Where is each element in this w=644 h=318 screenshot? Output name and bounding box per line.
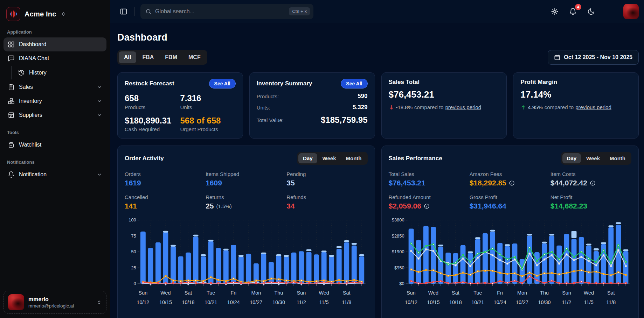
info-icon[interactable] [424,203,430,209]
tab-fba[interactable]: FBA [137,51,159,63]
sidebar-item-inventory[interactable]: Inventory [4,94,106,108]
order-period-month[interactable]: Month [341,153,366,163]
tab-fbm[interactable]: FBM [160,51,182,63]
sidebar-item-label: DIANA Chat [19,55,49,62]
brand-logo-icon [6,7,20,21]
svg-text:10/12: 10/12 [137,299,149,305]
svg-text:Thu: Thu [275,290,283,296]
settings-button[interactable] [549,6,560,17]
inventory-icon [8,98,15,105]
svg-text:$1900: $1900 [392,249,404,255]
svg-text:Wed: Wed [428,290,438,296]
profit-margin-card: Profit Margin 17.14% 4.95% compared to p… [513,72,639,139]
theme-toggle-button[interactable] [586,6,596,17]
restock-see-all-button[interactable]: See All [209,79,236,89]
svg-text:10/21: 10/21 [205,299,217,305]
search-input[interactable] [155,8,285,15]
order-stat-items-shipped: Items Shipped1609 [206,171,286,187]
svg-text:$0: $0 [399,281,404,287]
sales-stat-total-sales: Total Sales$76,453.21 [389,171,470,187]
sales-performance-period-tabs: DayWeekMonth [561,152,631,165]
card-title: Restock Forecast [125,80,174,87]
svg-text:11/8: 11/8 [606,299,616,305]
stat-urgent-products: 568 of 658Urgent Products [180,116,235,133]
sales-stat-gross-profit: Gross Profit$31,946.64 [470,194,550,210]
topbar-avatar[interactable] [623,4,639,19]
sidebar-item-history[interactable]: History [14,66,106,79]
svg-text:10/30: 10/30 [538,299,550,305]
arrow-up-icon [520,105,526,110]
svg-text:Wed: Wed [319,290,329,296]
date-range-label: Oct 12 2025 - Nov 10 2025 [564,54,632,61]
svg-text:0: 0 [134,281,136,287]
sales-period-week[interactable]: Week [582,153,604,163]
order-stat-orders: Orders1619 [125,171,206,187]
user-avatar [8,294,24,310]
sidebar-item-suppliers[interactable]: Suppliers [4,108,106,122]
section-label: Notifications [7,160,103,165]
chevrons-up-down-icon [61,11,66,17]
suppliers-icon [8,112,15,119]
sales-performance-card: Sales Performance DayWeekMonth Total Sal… [381,146,639,318]
svg-text:10/12: 10/12 [405,299,417,305]
svg-text:11/5: 11/5 [319,299,329,305]
sidebar-item-label: Sales [19,84,33,90]
order-period-week[interactable]: Week [318,153,341,163]
sidebar-toggle-button[interactable] [118,6,129,17]
svg-text:Sun: Sun [407,290,416,296]
order-period-day[interactable]: Day [298,153,317,163]
sidebar-item-dashboard[interactable]: Dashboard [4,37,106,51]
app-root: Acme Inc ApplicationDashboardDIANA ChatH… [0,0,644,318]
svg-text:$2850: $2850 [392,233,404,239]
previous-period-link[interactable]: previous period [445,104,481,110]
tab-all[interactable]: All [119,51,136,63]
inventory-total-value-row: Total Value:$185,759.95 [257,115,368,125]
sales-period-day[interactable]: Day [562,153,581,163]
previous-period-link[interactable]: previous period [575,104,611,110]
tab-mcf[interactable]: MCF [183,51,206,63]
history-icon [18,69,25,76]
dashboard-content: Dashboard AllFBAFBMMCF Oct 12 2025 - Nov… [110,23,644,318]
svg-text:10/21: 10/21 [471,299,484,305]
sales-icon [8,84,15,91]
svg-text:Sat: Sat [185,290,192,296]
profit-margin-value: 17.14% [520,89,631,100]
global-search[interactable]: Ctrl + k [140,4,313,19]
card-title: Order Activity [125,155,164,162]
chevron-down-icon [97,98,102,104]
sales-total-value: $76,453.21 [389,89,500,100]
workspace-switcher[interactable]: Acme Inc [4,5,106,22]
user-menu[interactable]: mmerlo mmerlo@pricelogic.ai [4,291,106,314]
svg-text:Fri: Fri [497,290,503,296]
date-range-picker[interactable]: Oct 12 2025 - Nov 10 2025 [548,50,639,65]
profit-delta: 4.95% [528,104,543,110]
info-icon[interactable] [509,180,515,186]
sales-performance-chart: $0$950$1900$2850$3800Sun10/12Wed10/15Sat… [389,215,632,310]
info-icon[interactable] [590,180,596,186]
sales-period-month[interactable]: Month [605,153,630,163]
main-area: Ctrl + k 4 Dashboard AllFBAFBMM [110,0,644,318]
sidebar-item-notification[interactable]: Notification [4,168,106,182]
svg-text:10/15: 10/15 [159,299,172,305]
svg-text:11/2: 11/2 [297,299,306,305]
sidebar-item-diana-chat[interactable]: DIANA Chat [4,51,106,65]
svg-text:75: 75 [131,233,136,239]
user-name: mmerlo [28,296,74,303]
bell-icon [8,171,15,178]
inventory-products-row: Products:590 [257,93,368,100]
svg-text:Sat: Sat [343,290,351,296]
svg-text:100: 100 [129,218,136,223]
sidebar-item-watchlist[interactable]: Watchlist [4,138,106,152]
section-label: Application [7,29,103,35]
notifications-button[interactable]: 4 [568,6,578,17]
svg-text:Mon: Mon [517,290,527,296]
stat-units: 7.316Units [180,93,235,110]
sidebar-item-label: Inventory [19,98,42,104]
svg-text:Mon: Mon [251,290,261,296]
order-activity-period-tabs: DayWeekMonth [297,152,367,165]
sidebar-item-sales[interactable]: Sales [4,80,106,94]
inventory-units-row: Units:5.329 [257,104,368,111]
svg-text:11/8: 11/8 [342,299,351,305]
card-title: Sales Performance [389,155,442,162]
inventory-see-all-button[interactable]: See All [341,79,367,89]
